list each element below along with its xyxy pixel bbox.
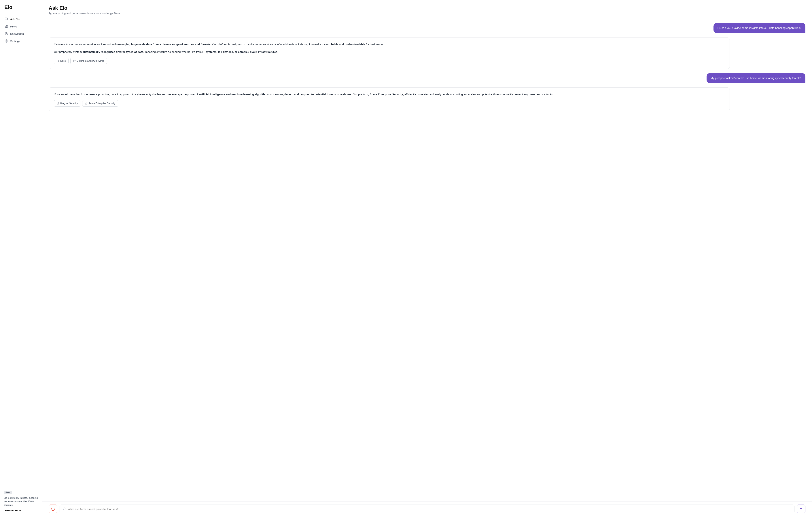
external-link-icon-3	[57, 102, 59, 105]
nav-label-rfps: RFPs	[10, 25, 17, 28]
source-chip-blog-ai[interactable]: Blog: AI Security	[54, 100, 80, 107]
svg-line-8	[58, 102, 59, 103]
source-getting-started-label: Getting Started with Acme	[77, 59, 104, 63]
source-blog-ai-label: Blog: AI Security	[60, 101, 78, 105]
svg-line-7	[74, 60, 75, 61]
ai-response-2-sources: Blog: AI Security Acme Enterprise Securi…	[54, 100, 724, 107]
gear-icon	[4, 39, 8, 43]
sidebar-bottom: Beta Elo is currently in Beta, meaning r…	[0, 488, 42, 514]
user-message-2-text: My prospect asked "can we use Acme for m…	[710, 77, 802, 80]
svg-rect-1	[7, 25, 7, 26]
learn-more-link[interactable]: Learn more →	[4, 509, 38, 512]
main-content: Ask Elo Type anything and get answers fr…	[42, 0, 812, 517]
svg-rect-0	[5, 25, 6, 26]
source-chip-acme-security[interactable]: Acme Enterprise Security	[82, 100, 118, 107]
ai-response-1-p2: Our proprietary system automatically rec…	[54, 50, 724, 54]
svg-rect-3	[7, 27, 7, 28]
beta-badge: Beta	[4, 491, 12, 494]
input-bar	[42, 501, 812, 517]
ai-response-2: You can tell them that Acme takes a proa…	[49, 87, 730, 111]
ai-response-1: Certainly, Acme has an impressive track …	[49, 37, 730, 69]
page-subtitle: Type anything and get answers from your …	[49, 12, 805, 15]
page-title: Ask Elo	[49, 5, 805, 11]
search-icon	[63, 507, 66, 511]
source-acme-security-label: Acme Enterprise Security	[89, 101, 116, 105]
nav-item-rfps[interactable]: RFPs	[0, 23, 42, 30]
external-link-icon	[57, 60, 59, 62]
grid-icon	[4, 25, 8, 28]
svg-line-11	[65, 510, 65, 510]
svg-marker-4	[5, 32, 8, 34]
search-input[interactable]	[68, 508, 791, 511]
ai-response-1-sources: Docs Getting Started with Acme	[54, 58, 724, 64]
nav-label-ask-elo: Ask Elo	[10, 18, 20, 21]
send-icon	[799, 507, 803, 511]
nav-item-ask-elo[interactable]: Ask Elo	[0, 16, 42, 23]
external-link-icon-2	[73, 60, 76, 62]
source-chip-getting-started[interactable]: Getting Started with Acme	[70, 58, 107, 64]
svg-rect-2	[5, 27, 6, 28]
refresh-icon	[51, 507, 55, 511]
chat-area: Hi, can you provide some insights into o…	[42, 18, 812, 501]
nav-label-knowledge: Knowledge	[10, 32, 24, 35]
chat-icon	[4, 17, 8, 21]
main-header: Ask Elo Type anything and get answers fr…	[42, 0, 812, 18]
search-input-wrapper	[60, 505, 794, 513]
beta-description: Elo is currently in Beta, meaning respon…	[4, 496, 38, 507]
user-message-1-text: Hi, can you provide some insights into o…	[718, 26, 802, 29]
arrow-right-icon: →	[19, 509, 21, 512]
sidebar: Elo Ask Elo RFPs Knowledge	[0, 0, 42, 517]
svg-point-5	[6, 40, 7, 42]
svg-point-10	[63, 508, 65, 510]
send-button[interactable]	[796, 505, 805, 513]
layers-icon	[4, 32, 8, 35]
nav-item-settings[interactable]: Settings	[0, 37, 42, 45]
nav-item-knowledge[interactable]: Knowledge	[0, 30, 42, 37]
external-link-icon-4	[85, 102, 88, 105]
source-docs-label: Docs	[60, 59, 66, 63]
learn-more-label: Learn more	[4, 509, 18, 512]
ai-response-1-p1: Certainly, Acme has an impressive track …	[54, 42, 724, 47]
svg-line-6	[58, 60, 59, 61]
app-logo: Elo	[0, 4, 42, 16]
svg-line-9	[86, 102, 87, 103]
refresh-button[interactable]	[49, 505, 57, 513]
source-chip-docs[interactable]: Docs	[54, 58, 68, 64]
user-message-1: Hi, can you provide some insights into o…	[714, 23, 805, 33]
user-message-2: My prospect asked "can we use Acme for m…	[706, 73, 805, 83]
ai-response-2-p1: You can tell them that Acme takes a proa…	[54, 92, 724, 97]
nav-label-settings: Settings	[10, 39, 20, 43]
